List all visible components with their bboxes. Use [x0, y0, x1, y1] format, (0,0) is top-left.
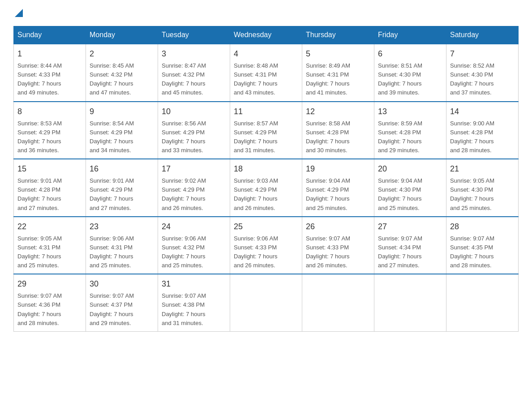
calendar-cell: 30Sunrise: 9:07 AMSunset: 4:37 PMDayligh…: [86, 274, 158, 331]
col-header-friday: Friday: [374, 26, 446, 44]
day-info: Sunrise: 8:45 AMSunset: 4:32 PMDaylight:…: [90, 61, 154, 98]
day-number: 23: [90, 221, 154, 233]
day-info: Sunrise: 8:59 AMSunset: 4:28 PMDaylight:…: [378, 119, 442, 155]
calendar-cell: 14Sunrise: 9:00 AMSunset: 4:28 PMDayligh…: [446, 102, 519, 159]
calendar-cell: 25Sunrise: 9:06 AMSunset: 4:33 PMDayligh…: [230, 217, 302, 274]
calendar-cell: 18Sunrise: 9:03 AMSunset: 4:29 PMDayligh…: [230, 159, 302, 217]
day-info: Sunrise: 9:01 AMSunset: 4:28 PMDaylight:…: [17, 176, 82, 213]
calendar-cell: 19Sunrise: 9:04 AMSunset: 4:29 PMDayligh…: [302, 159, 374, 217]
day-info: Sunrise: 9:04 AMSunset: 4:30 PMDaylight:…: [378, 176, 442, 213]
calendar-cell: 21Sunrise: 9:05 AMSunset: 4:30 PMDayligh…: [446, 159, 519, 217]
day-number: 21: [450, 163, 515, 175]
day-number: 30: [90, 278, 154, 290]
day-info: Sunrise: 8:52 AMSunset: 4:30 PMDaylight:…: [450, 61, 515, 98]
day-number: 19: [306, 163, 370, 175]
day-info: Sunrise: 8:54 AMSunset: 4:29 PMDaylight:…: [90, 119, 154, 155]
calendar-week-row: 8Sunrise: 8:53 AMSunset: 4:29 PMDaylight…: [14, 102, 519, 159]
calendar-cell: 2Sunrise: 8:45 AMSunset: 4:32 PMDaylight…: [86, 44, 158, 102]
calendar-cell: 6Sunrise: 8:51 AMSunset: 4:30 PMDaylight…: [374, 44, 446, 102]
day-info: Sunrise: 9:07 AMSunset: 4:33 PMDaylight:…: [306, 234, 370, 270]
calendar-cell: [374, 274, 446, 331]
day-info: Sunrise: 9:06 AMSunset: 4:31 PMDaylight:…: [90, 234, 154, 270]
calendar-header-row: SundayMondayTuesdayWednesdayThursdayFrid…: [14, 26, 519, 44]
day-info: Sunrise: 9:07 AMSunset: 4:35 PMDaylight:…: [450, 234, 515, 270]
day-info: Sunrise: 8:58 AMSunset: 4:28 PMDaylight:…: [306, 119, 370, 155]
day-number: 6: [378, 48, 442, 60]
calendar-week-row: 15Sunrise: 9:01 AMSunset: 4:28 PMDayligh…: [14, 159, 519, 217]
calendar-cell: 22Sunrise: 9:05 AMSunset: 4:31 PMDayligh…: [14, 217, 86, 274]
calendar-cell: 9Sunrise: 8:54 AMSunset: 4:29 PMDaylight…: [86, 102, 158, 159]
calendar-cell: [446, 274, 519, 331]
day-info: Sunrise: 9:01 AMSunset: 4:29 PMDaylight:…: [90, 176, 154, 213]
day-info: Sunrise: 8:56 AMSunset: 4:29 PMDaylight:…: [162, 119, 226, 155]
day-number: 25: [234, 221, 298, 233]
day-info: Sunrise: 8:48 AMSunset: 4:31 PMDaylight:…: [234, 61, 298, 98]
svg-marker-0: [15, 9, 23, 17]
day-info: Sunrise: 9:04 AMSunset: 4:29 PMDaylight:…: [306, 176, 370, 213]
calendar-cell: 5Sunrise: 8:49 AMSunset: 4:31 PMDaylight…: [302, 44, 374, 102]
day-number: 3: [162, 48, 226, 60]
calendar-week-row: 29Sunrise: 9:07 AMSunset: 4:36 PMDayligh…: [14, 274, 519, 331]
day-number: 14: [450, 106, 515, 118]
calendar-cell: 17Sunrise: 9:02 AMSunset: 4:29 PMDayligh…: [158, 159, 230, 217]
day-info: Sunrise: 8:49 AMSunset: 4:31 PMDaylight:…: [306, 61, 370, 98]
calendar-cell: 10Sunrise: 8:56 AMSunset: 4:29 PMDayligh…: [158, 102, 230, 159]
calendar-cell: 31Sunrise: 9:07 AMSunset: 4:38 PMDayligh…: [158, 274, 230, 331]
calendar-cell: 20Sunrise: 9:04 AMSunset: 4:30 PMDayligh…: [374, 159, 446, 217]
day-info: Sunrise: 9:07 AMSunset: 4:34 PMDaylight:…: [378, 234, 442, 270]
day-info: Sunrise: 9:03 AMSunset: 4:29 PMDaylight:…: [234, 176, 298, 213]
day-number: 20: [378, 163, 442, 175]
day-number: 18: [234, 163, 298, 175]
col-header-sunday: Sunday: [14, 26, 86, 44]
day-number: 15: [17, 163, 82, 175]
logo: [13, 9, 23, 17]
day-number: 13: [378, 106, 442, 118]
day-info: Sunrise: 8:57 AMSunset: 4:29 PMDaylight:…: [234, 119, 298, 155]
day-info: Sunrise: 8:53 AMSunset: 4:29 PMDaylight:…: [17, 119, 82, 155]
calendar-cell: 29Sunrise: 9:07 AMSunset: 4:36 PMDayligh…: [14, 274, 86, 331]
calendar-cell: 16Sunrise: 9:01 AMSunset: 4:29 PMDayligh…: [86, 159, 158, 217]
calendar-cell: 11Sunrise: 8:57 AMSunset: 4:29 PMDayligh…: [230, 102, 302, 159]
calendar-cell: 15Sunrise: 9:01 AMSunset: 4:28 PMDayligh…: [14, 159, 86, 217]
day-info: Sunrise: 9:07 AMSunset: 4:38 PMDaylight:…: [162, 291, 226, 328]
calendar-cell: 26Sunrise: 9:07 AMSunset: 4:33 PMDayligh…: [302, 217, 374, 274]
day-number: 24: [162, 221, 226, 233]
page-header: [13, 9, 519, 17]
day-number: 2: [90, 48, 154, 60]
day-number: 4: [234, 48, 298, 60]
day-info: Sunrise: 9:07 AMSunset: 4:36 PMDaylight:…: [17, 291, 82, 328]
day-info: Sunrise: 9:02 AMSunset: 4:29 PMDaylight:…: [162, 176, 226, 213]
calendar-week-row: 22Sunrise: 9:05 AMSunset: 4:31 PMDayligh…: [14, 217, 519, 274]
day-number: 10: [162, 106, 226, 118]
calendar-cell: 3Sunrise: 8:47 AMSunset: 4:32 PMDaylight…: [158, 44, 230, 102]
col-header-saturday: Saturday: [446, 26, 519, 44]
col-header-tuesday: Tuesday: [158, 26, 230, 44]
day-info: Sunrise: 9:07 AMSunset: 4:37 PMDaylight:…: [90, 291, 154, 328]
col-header-wednesday: Wednesday: [230, 26, 302, 44]
day-number: 27: [378, 221, 442, 233]
calendar-cell: 1Sunrise: 8:44 AMSunset: 4:33 PMDaylight…: [14, 44, 86, 102]
day-info: Sunrise: 8:44 AMSunset: 4:33 PMDaylight:…: [17, 61, 82, 98]
day-number: 11: [234, 106, 298, 118]
col-header-thursday: Thursday: [302, 26, 374, 44]
col-header-monday: Monday: [86, 26, 158, 44]
calendar-cell: 12Sunrise: 8:58 AMSunset: 4:28 PMDayligh…: [302, 102, 374, 159]
day-number: 28: [450, 221, 515, 233]
day-info: Sunrise: 9:05 AMSunset: 4:30 PMDaylight:…: [450, 176, 515, 213]
calendar-cell: [230, 274, 302, 331]
day-info: Sunrise: 8:51 AMSunset: 4:30 PMDaylight:…: [378, 61, 442, 98]
day-info: Sunrise: 9:06 AMSunset: 4:32 PMDaylight:…: [162, 234, 226, 270]
calendar-table: SundayMondayTuesdayWednesdayThursdayFrid…: [13, 26, 519, 332]
calendar-week-row: 1Sunrise: 8:44 AMSunset: 4:33 PMDaylight…: [14, 44, 519, 102]
day-number: 22: [17, 221, 82, 233]
calendar-cell: 13Sunrise: 8:59 AMSunset: 4:28 PMDayligh…: [374, 102, 446, 159]
calendar-cell: 4Sunrise: 8:48 AMSunset: 4:31 PMDaylight…: [230, 44, 302, 102]
day-info: Sunrise: 8:47 AMSunset: 4:32 PMDaylight:…: [162, 61, 226, 98]
logo-triangle-icon: [15, 9, 23, 17]
calendar-cell: 23Sunrise: 9:06 AMSunset: 4:31 PMDayligh…: [86, 217, 158, 274]
calendar-cell: [302, 274, 374, 331]
day-number: 5: [306, 48, 370, 60]
calendar-cell: 7Sunrise: 8:52 AMSunset: 4:30 PMDaylight…: [446, 44, 519, 102]
day-number: 31: [162, 278, 226, 290]
day-number: 16: [90, 163, 154, 175]
